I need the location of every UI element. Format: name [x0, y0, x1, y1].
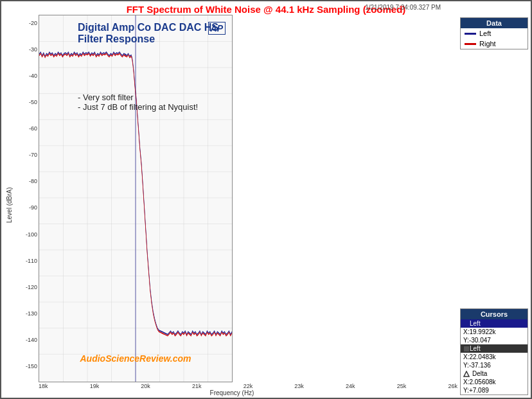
graph-container: Digital Amp Co DAC DAC HS Filter Respons… [39, 15, 233, 382]
x-tick-19k: 19k [90, 383, 100, 389]
cursor2-icon [463, 346, 470, 352]
svg-rect-21 [464, 321, 469, 326]
svg-marker-23 [464, 371, 469, 377]
cursors-header: Cursors [461, 309, 528, 319]
cursor2-header: Left [461, 344, 528, 353]
sidebar: Data Left Right Cursors Left [460, 15, 531, 398]
x-tick-21k: 21k [192, 383, 202, 389]
chart-svg [39, 15, 232, 382]
delta-x: X:2.05608k [461, 378, 528, 386]
ap-logo: AP [208, 22, 226, 35]
annotation: - Very soft filter - Just 7 dB of filter… [78, 93, 198, 112]
x-tick-26k: 26k [448, 383, 457, 389]
cursors-box: Cursors Left X:19.9922k Y:-30.047 Left X… [460, 308, 528, 395]
svg-rect-22 [464, 346, 469, 351]
cursor1-x: X:19.9922k [461, 328, 528, 336]
x-axis-label: Frequency (Hz) [4, 389, 460, 398]
y-axis-label: Level (dBrA) [4, 15, 14, 382]
x-tick-25k: 25k [397, 383, 407, 389]
x-tick-20k: 20k [141, 383, 150, 389]
cursor2-x: X:22.0483k [461, 353, 528, 361]
cursor1-header: Left [461, 319, 528, 328]
x-tick-23k: 23k [294, 383, 304, 389]
legend-color-right [465, 43, 476, 45]
x-tick-18k: 18k [39, 383, 48, 389]
delta-y: Y:+7.089 [461, 386, 528, 395]
y-axis: -20 -30 -40 -50 -60 -70 -80 -90 -100 -11… [14, 15, 39, 382]
cursor-delta-header: Delta [461, 369, 528, 378]
legend-box: Data Left Right [460, 17, 528, 49]
delta-icon [463, 371, 470, 377]
x-tick-22k: 22k [244, 383, 253, 389]
x-tick-24k: 24k [346, 383, 355, 389]
legend-item-left: Left [461, 28, 528, 39]
cursor1-icon [463, 321, 470, 327]
watermark: AudioScienceReview.com [80, 353, 191, 364]
timestamp: 1/21/2019 7:34:09.327 PM [365, 4, 441, 11]
cursor1-y: Y:-30.047 [461, 336, 528, 344]
legend-header: Data [461, 18, 528, 28]
legend-color-left [465, 33, 476, 35]
legend-item-right: Right [461, 39, 528, 49]
cursor2-y: Y:-37.136 [461, 361, 528, 369]
main-title: FFT Spectrum of White Noise @ 44.1 kHz S… [1, 1, 531, 15]
